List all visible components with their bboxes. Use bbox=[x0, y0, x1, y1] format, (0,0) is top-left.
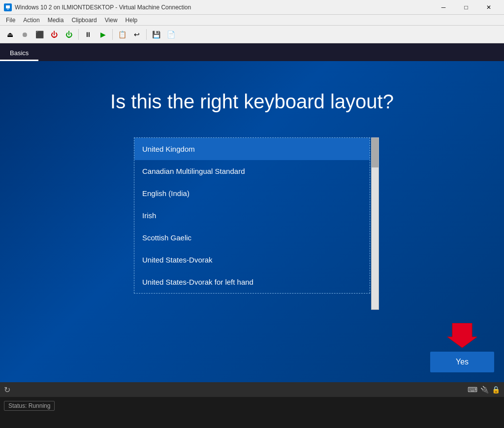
toolbar-eject[interactable]: ⏏ bbox=[3, 28, 17, 41]
keyboard-layout-item[interactable]: United Kingdom bbox=[134, 138, 370, 160]
menu-item-help[interactable]: Help bbox=[122, 16, 142, 25]
vm-area: Is this the right keyboard layout? Unite… bbox=[0, 61, 504, 382]
toolbar-separator-3 bbox=[146, 29, 147, 40]
menu-item-view[interactable]: View bbox=[101, 16, 122, 25]
minimize-button[interactable]: ─ bbox=[432, 0, 455, 15]
menu-item-action[interactable]: Action bbox=[19, 16, 43, 25]
statusbar: ↻ ⌨ 🔌 🔒 bbox=[0, 382, 504, 397]
svg-marker-3 bbox=[447, 323, 477, 348]
toolbar-undo[interactable]: ↩ bbox=[130, 28, 144, 41]
toolbar: ⏏ ⏺ ⬛ ⏻ ⏻ ⏸ ▶ 📋 ↩ 💾 📄 bbox=[0, 26, 504, 43]
keyboard-question: Is this the right keyboard layout? bbox=[110, 91, 394, 113]
toolbar-power-red[interactable]: ⏻ bbox=[47, 28, 61, 41]
toolbar-file[interactable]: 📄 bbox=[164, 28, 178, 41]
keyboard-icon: ⌨ bbox=[468, 386, 477, 394]
keyboard-layout-item[interactable]: English (India) bbox=[134, 182, 370, 204]
toolbar-stop[interactable]: ⬛ bbox=[32, 28, 46, 41]
keyboard-layout-list: United KingdomCanadian Multilingual Stan… bbox=[134, 137, 370, 294]
keyboard-layout-item[interactable]: Canadian Multilingual Standard bbox=[134, 160, 370, 182]
vm-icon bbox=[4, 3, 12, 11]
status-left: ↻ bbox=[4, 385, 10, 395]
window-controls: ─ □ ✕ bbox=[432, 0, 500, 15]
maximize-button[interactable]: □ bbox=[455, 0, 477, 15]
scrollbar[interactable] bbox=[371, 137, 379, 310]
tab-basics[interactable]: Basics bbox=[0, 46, 38, 61]
svg-rect-1 bbox=[6, 5, 10, 8]
toolbar-play[interactable]: ▶ bbox=[96, 28, 110, 41]
toolbar-record[interactable]: ⏺ bbox=[18, 28, 32, 41]
toolbar-separator-1 bbox=[78, 29, 79, 40]
taskbar: Status: Running bbox=[0, 397, 504, 414]
yes-button-area: Yes bbox=[430, 323, 494, 372]
scrollbar-thumb[interactable] bbox=[372, 138, 378, 167]
status-running-badge: Status: Running bbox=[4, 401, 55, 411]
toolbar-separator-2 bbox=[112, 29, 113, 40]
keyboard-layout-item[interactable]: Scottish Gaelic bbox=[134, 227, 370, 249]
svg-rect-2 bbox=[7, 9, 9, 9]
toolbar-pause[interactable]: ⏸ bbox=[81, 28, 95, 41]
status-right: ⌨ 🔌 🔒 bbox=[468, 386, 500, 394]
keyboard-layout-item[interactable]: United States-Dvorak for left hand bbox=[134, 271, 370, 293]
toolbar-power[interactable]: ⏻ bbox=[62, 28, 76, 41]
toolbar-save[interactable]: 💾 bbox=[149, 28, 163, 41]
lock-icon: 🔒 bbox=[492, 386, 500, 394]
menu-item-file[interactable]: File bbox=[2, 16, 19, 25]
titlebar: Windows 10 2 on ILMIONTDESKTOP - Virtual… bbox=[0, 0, 504, 15]
menu-item-clipboard[interactable]: Clipboard bbox=[67, 16, 100, 25]
usb-icon: 🔌 bbox=[480, 386, 489, 394]
toolbar-clipboard[interactable]: 📋 bbox=[115, 28, 129, 41]
menubar: FileActionMediaClipboardViewHelp bbox=[0, 15, 504, 26]
menu-item-media[interactable]: Media bbox=[44, 16, 68, 25]
yes-button[interactable]: Yes bbox=[430, 352, 494, 372]
keyboard-layout-item[interactable]: United States-Dvorak bbox=[134, 249, 370, 271]
keyboard-list-wrapper: United KingdomCanadian Multilingual Stan… bbox=[134, 137, 370, 294]
keyboard-layout-item[interactable]: Irish bbox=[134, 204, 370, 227]
down-arrow-icon bbox=[447, 323, 477, 348]
window-title: Windows 10 2 on ILMIONTDESKTOP - Virtual… bbox=[15, 4, 191, 11]
recycle-icon: ↻ bbox=[4, 385, 10, 395]
tabs-bar: Basics bbox=[0, 43, 504, 61]
titlebar-left: Windows 10 2 on ILMIONTDESKTOP - Virtual… bbox=[4, 3, 191, 11]
close-button[interactable]: ✕ bbox=[477, 0, 500, 15]
